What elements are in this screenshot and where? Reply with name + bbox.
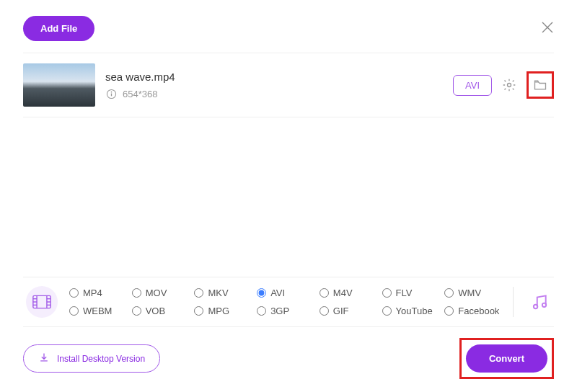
file-row: sea wave.mp4 654*368 AVI bbox=[0, 53, 577, 117]
format-radio[interactable] bbox=[132, 306, 141, 316]
format-option-vob[interactable]: VOB bbox=[132, 306, 189, 316]
folder-icon[interactable] bbox=[530, 75, 550, 95]
format-label: FLV bbox=[396, 288, 413, 298]
format-option-gif[interactable]: GIF bbox=[320, 306, 376, 316]
format-option-mp4[interactable]: MP4 bbox=[69, 288, 126, 298]
format-radio[interactable] bbox=[194, 288, 203, 298]
format-radio[interactable] bbox=[257, 306, 266, 316]
format-radio[interactable] bbox=[69, 306, 79, 316]
format-radio[interactable] bbox=[320, 288, 329, 298]
divider bbox=[23, 117, 554, 117]
format-radio[interactable] bbox=[444, 288, 454, 298]
format-option-3gp[interactable]: 3GP bbox=[257, 306, 314, 316]
format-label: GIF bbox=[333, 306, 349, 316]
info-icon bbox=[105, 89, 117, 100]
format-radio[interactable] bbox=[132, 288, 141, 298]
format-label: M4V bbox=[333, 288, 353, 298]
svg-point-3 bbox=[508, 84, 511, 87]
format-radio[interactable] bbox=[444, 306, 454, 316]
format-option-wmv[interactable]: WMV bbox=[444, 288, 501, 298]
format-option-m4v[interactable]: M4V bbox=[320, 288, 376, 298]
format-label: WMV bbox=[458, 288, 481, 298]
format-option-mov[interactable]: MOV bbox=[132, 288, 189, 298]
format-radio[interactable] bbox=[382, 306, 392, 316]
format-option-avi[interactable]: AVI bbox=[257, 288, 314, 298]
file-resolution: 654*368 bbox=[123, 89, 157, 99]
svg-rect-1 bbox=[110, 94, 111, 97]
format-option-webm[interactable]: WEBM bbox=[69, 306, 126, 316]
add-file-button[interactable]: Add File bbox=[23, 16, 94, 41]
format-badge[interactable]: AVI bbox=[453, 75, 492, 96]
svg-point-2 bbox=[110, 92, 112, 93]
gear-icon[interactable] bbox=[499, 75, 519, 95]
convert-highlight: Convert bbox=[459, 338, 554, 379]
format-label: MOV bbox=[146, 288, 167, 298]
close-icon[interactable] bbox=[538, 18, 557, 40]
format-label: VOB bbox=[146, 306, 165, 316]
download-icon bbox=[38, 352, 50, 365]
video-icon bbox=[26, 286, 58, 318]
format-radio[interactable] bbox=[69, 288, 79, 298]
file-name: sea wave.mp4 bbox=[105, 71, 443, 83]
format-label: MPG bbox=[208, 306, 229, 316]
format-radio[interactable] bbox=[194, 306, 203, 316]
format-radio[interactable] bbox=[382, 288, 392, 298]
format-option-mpg[interactable]: MPG bbox=[194, 306, 251, 316]
format-label: YouTube bbox=[396, 306, 433, 316]
format-option-mkv[interactable]: MKV bbox=[194, 288, 251, 298]
format-option-youtube[interactable]: YouTube bbox=[382, 306, 439, 316]
format-label: MP4 bbox=[83, 288, 102, 298]
convert-button[interactable]: Convert bbox=[466, 344, 547, 373]
format-option-facebook[interactable]: Facebook bbox=[444, 306, 501, 316]
file-thumbnail bbox=[23, 63, 95, 107]
format-label: MKV bbox=[208, 288, 228, 298]
format-label: WEBM bbox=[83, 306, 112, 316]
music-icon[interactable] bbox=[525, 293, 554, 311]
format-radio[interactable] bbox=[320, 306, 329, 316]
svg-point-13 bbox=[534, 305, 537, 308]
install-desktop-button[interactable]: Install Desktop Version bbox=[23, 344, 160, 373]
format-label: AVI bbox=[270, 288, 285, 298]
svg-point-14 bbox=[542, 303, 546, 307]
format-grid: MP4MOVMKVAVIM4VFLVWMVWEBMVOBMPG3GPGIFYou… bbox=[69, 288, 501, 316]
format-label: Facebook bbox=[458, 306, 499, 316]
format-radio[interactable] bbox=[257, 288, 266, 298]
format-label: 3GP bbox=[270, 306, 289, 316]
separator bbox=[513, 287, 514, 317]
install-desktop-label: Install Desktop Version bbox=[57, 354, 145, 364]
folder-highlight bbox=[527, 71, 554, 99]
format-option-flv[interactable]: FLV bbox=[382, 288, 439, 298]
format-section: MP4MOVMKVAVIM4VFLVWMVWEBMVOBMPG3GPGIFYou… bbox=[23, 277, 554, 327]
